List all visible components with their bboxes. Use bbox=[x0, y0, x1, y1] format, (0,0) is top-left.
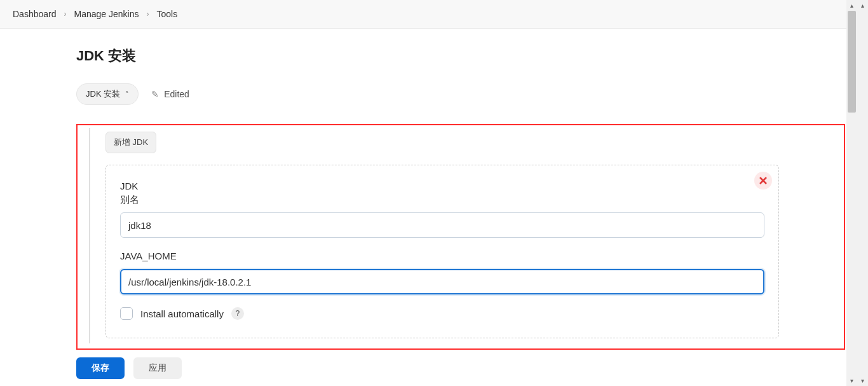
breadcrumb: Dashboard › Manage Jenkins › Tools bbox=[0, 0, 846, 29]
page-title: JDK 安装 bbox=[76, 46, 846, 65]
chevron-up-icon: ˄ bbox=[125, 90, 129, 99]
breadcrumb-tools[interactable]: Tools bbox=[156, 9, 177, 19]
action-bar: 保存 应用 bbox=[76, 357, 846, 379]
highlighted-region: 新增 JDK JDK 别名 JAVA_HOME bbox=[76, 124, 845, 350]
section-header: JDK 安装 ˄ ✎ Edited bbox=[76, 83, 846, 105]
chevron-right-icon: › bbox=[64, 10, 67, 18]
edited-indicator: ✎ Edited bbox=[151, 89, 189, 99]
jdk-group-label: JDK bbox=[120, 179, 764, 193]
apply-button[interactable]: 应用 bbox=[133, 357, 182, 379]
alias-input[interactable] bbox=[120, 212, 764, 238]
alias-field-block: JDK 别名 bbox=[120, 179, 764, 238]
content: Dashboard › Manage Jenkins › Tools JDK 安… bbox=[0, 0, 846, 386]
main: JDK 安装 JDK 安装 ˄ ✎ Edited 新增 JDK bbox=[0, 46, 846, 379]
java-home-field-block: JAVA_HOME bbox=[120, 249, 764, 294]
help-icon[interactable]: ? bbox=[231, 307, 244, 320]
jdk-section-toggle[interactable]: JDK 安装 ˄ bbox=[76, 83, 139, 105]
section-body: 新增 JDK JDK 别名 JAVA_HOME bbox=[89, 125, 834, 343]
jdk-entry-panel: JDK 别名 JAVA_HOME Install automatically ? bbox=[105, 165, 779, 338]
scroll-down-icon[interactable]: ▾ bbox=[857, 375, 868, 386]
breadcrumb-dashboard[interactable]: Dashboard bbox=[13, 9, 57, 19]
alias-label: 别名 bbox=[120, 194, 764, 206]
outer-scrollbar[interactable]: ▴ ▾ bbox=[857, 0, 868, 386]
java-home-input[interactable] bbox=[120, 269, 764, 294]
remove-jdk-button[interactable] bbox=[754, 172, 772, 190]
scroll-up-icon[interactable]: ▴ bbox=[857, 0, 868, 11]
inner-scroll-thumb[interactable] bbox=[848, 11, 856, 113]
save-button[interactable]: 保存 bbox=[76, 357, 125, 379]
add-jdk-button[interactable]: 新增 JDK bbox=[105, 132, 156, 153]
close-icon bbox=[759, 177, 767, 184]
inner-scroll-down-icon[interactable]: ▾ bbox=[846, 375, 857, 386]
java-home-label: JAVA_HOME bbox=[120, 249, 764, 263]
inner-scroll-up-icon[interactable]: ▴ bbox=[846, 0, 857, 11]
chip-label: JDK 安装 bbox=[86, 88, 120, 100]
edited-label: Edited bbox=[164, 89, 189, 99]
install-auto-label: Install automatically bbox=[140, 308, 224, 319]
chevron-right-icon: › bbox=[146, 10, 149, 18]
breadcrumb-manage-jenkins[interactable]: Manage Jenkins bbox=[74, 9, 139, 19]
viewport: ▴ ▾ Dashboard › Manage Jenkins › Tools J… bbox=[0, 0, 857, 386]
install-auto-row: Install automatically ? bbox=[120, 307, 764, 320]
pencil-icon: ✎ bbox=[151, 89, 159, 99]
install-auto-checkbox[interactable] bbox=[120, 307, 133, 320]
inner-scrollbar[interactable]: ▴ ▾ bbox=[846, 0, 857, 386]
